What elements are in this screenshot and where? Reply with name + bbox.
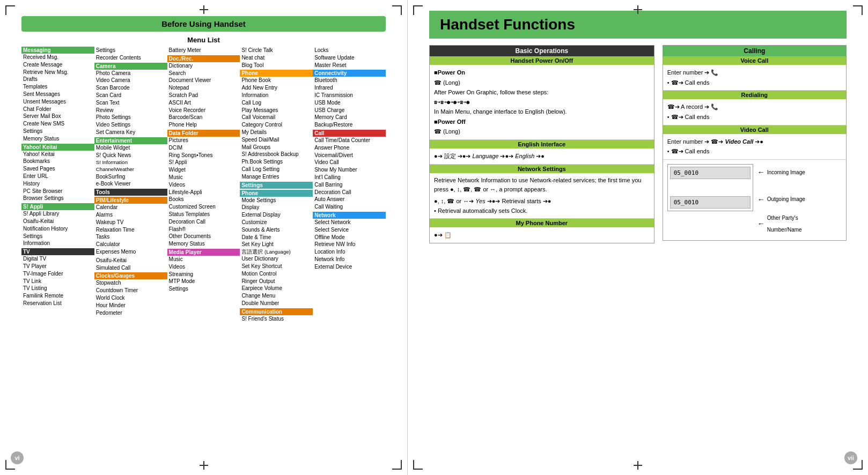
page-title-box: Before Using Handset [21, 16, 386, 32]
corner-tr-right [853, 5, 863, 15]
item: Server Mail Box [21, 113, 94, 120]
page-number-left: vi [11, 451, 24, 464]
network-note: • Retrieval automatically sets Clock. [434, 206, 650, 216]
item: S! Appli [167, 159, 240, 166]
item: Information [21, 240, 94, 247]
pim-header: PIM/Lifestyle [94, 197, 167, 204]
item: Ringer Output [240, 278, 313, 285]
item: Other Documents [167, 233, 240, 240]
item: Location Info [313, 248, 386, 256]
item: Retrieve NW Info [313, 241, 386, 248]
power-on-label: ■Power On [434, 68, 650, 78]
item: Voice Recorder [167, 107, 240, 114]
section-osaifu: Osaifu-Keitai Simulated Call [94, 257, 167, 272]
item: Expenses Memo [94, 248, 167, 256]
item: Blog Tool [240, 62, 313, 69]
item: Status Templates [167, 211, 240, 218]
left-page: Before Using Handset Menu List Messaging… [0, 0, 408, 475]
item: TV Link [21, 278, 94, 285]
video-call-section: Video Call Enter number ➔ ☎➔ Video Call … [663, 125, 846, 160]
network-detail: Retrieve Network Information to use Netw… [434, 176, 650, 195]
item: Settings [94, 47, 167, 54]
calling-title: Calling [663, 46, 846, 56]
power-section: Handset Power On/Off ■Power On ☎ (Long) … [430, 56, 654, 140]
item: Saved Pages [21, 165, 94, 173]
item: External Device [313, 263, 386, 271]
item: Mobile Widget [94, 144, 167, 152]
section-clocks: Clocks/Gauges Stopwatch Countdown Timer … [94, 272, 167, 316]
mediaplayer-header: Media Player [167, 249, 240, 256]
item: Pictures [167, 137, 240, 144]
communication-header: Communication [240, 308, 313, 315]
item: Customize [240, 219, 313, 226]
item: Offline Mode [313, 234, 386, 241]
item: Battery Meter [167, 47, 240, 54]
call-header: Call [313, 130, 386, 137]
item: Master Reset [313, 62, 386, 69]
video-call-subtitle: Video Call [663, 125, 846, 134]
item: Music [167, 256, 240, 263]
item: Templates [21, 83, 94, 91]
docrec-header: Doc./Rec. [167, 55, 240, 62]
arrow-icon-3: ← [757, 216, 765, 232]
network-subtitle: Network Settings [430, 165, 654, 173]
item: Network Info [313, 256, 386, 263]
menu-list-title: Menu List [21, 36, 386, 44]
item: TV-Image Folder [21, 270, 94, 278]
power-on-detail: ☎ (Long) [434, 78, 650, 88]
arrow-icon-1: ← [757, 164, 765, 181]
item: Show My Number [313, 166, 386, 174]
redialing-detail1: ☎➔ A record ➔ 📞 [667, 102, 842, 112]
power-content: ■Power On ☎ (Long) After Power On Graphi… [430, 65, 654, 139]
section-communication: Communication S! Friend's Status [240, 308, 313, 323]
item: Motion Control [240, 270, 313, 278]
redialing-detail2: • ☎➔ Call ends [667, 112, 842, 122]
messaging-header: Messaging [21, 47, 94, 54]
myphone-detail: ●➔ 📋 [434, 232, 452, 238]
item: Video Call [313, 159, 386, 166]
phone-image-box: 05_0010 05_0010 [667, 164, 753, 211]
item: Call Waiting [313, 203, 386, 211]
english-content: ●➔ 設定 ➔●➔ Language ➔●➔ English ➔● [430, 149, 654, 164]
tv-header: TV [21, 248, 94, 255]
item: S! Appli Library [21, 210, 94, 218]
voice-call-section: Voice Call Enter number ➔ 📞 • ☎➔ Call en… [663, 56, 846, 91]
item: Backup/Restore [313, 121, 386, 129]
sappli-header: S! Appli [21, 203, 94, 210]
clocks-header: Clocks/Gauges [94, 272, 167, 279]
corner-tl [5, 5, 15, 15]
phone-diagram: 05_0010 05_0010 ← Incoming Image [663, 160, 846, 240]
corner-tl-right [413, 5, 423, 15]
item: Barcode/Scan [167, 114, 240, 121]
english-subtitle: English Interface [430, 140, 654, 149]
item: Select Network [313, 219, 386, 226]
phone-header: Phone [240, 70, 313, 77]
item-select-service: Select Service [313, 226, 386, 234]
item: Phone Help [167, 121, 240, 129]
item: Alarms [94, 211, 167, 219]
item: Call Barring [313, 181, 386, 189]
video-call-detail2: • ☎➔ Call ends [667, 146, 842, 157]
item: Settings [21, 233, 94, 240]
section-yahoo: Yahoo! Keitai Yahoo! Keitai Bookmarks Sa… [21, 144, 94, 203]
item: Bookmarks [21, 158, 94, 165]
item: S! Friend's Status [240, 315, 313, 323]
arrow-icon-2: ← [757, 191, 765, 208]
item: Yahoo! Keitai [21, 151, 94, 158]
power-on-menu: In Main Menu, change interface to Englis… [434, 107, 650, 117]
item-information: Information [240, 92, 313, 99]
redialing-content: ☎➔ A record ➔ 📞 • ☎➔ Call ends [663, 99, 846, 124]
network-section: Network Settings Retrieve Network Inform… [430, 165, 654, 219]
item: Videos [167, 181, 240, 189]
item: Answer Phone [313, 144, 386, 152]
section-docrec: Doc./Rec. Dictionary Search Document Vie… [167, 55, 240, 129]
power-off-detail: ☎ (Long) [434, 127, 650, 137]
item: Dictionary [167, 62, 240, 70]
item: Call Log Setting [240, 166, 313, 173]
item: Music [167, 174, 240, 181]
item: Osaifu-Keitai [94, 257, 167, 264]
item: Lifestyle-Appli [167, 189, 240, 196]
yahoo-header: Yahoo! Keitai [21, 144, 94, 151]
item: Notification History [21, 225, 94, 233]
item: BookSurfing [94, 173, 167, 181]
